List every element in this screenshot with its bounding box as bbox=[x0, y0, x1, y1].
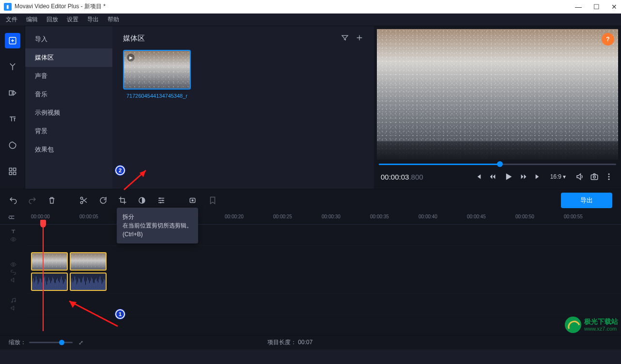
svg-rect-3 bbox=[13, 168, 16, 170]
menu-playback[interactable]: 回放 bbox=[47, 15, 58, 24]
tab-transitions-icon[interactable] bbox=[5, 85, 20, 101]
sidebar-item-sound[interactable]: 声音 bbox=[25, 67, 112, 85]
title-track[interactable] bbox=[26, 225, 621, 246]
prev-clip-button[interactable] bbox=[473, 171, 483, 182]
window-minimize-button[interactable]: — bbox=[575, 3, 582, 11]
ruler-tick: 00:00:00 bbox=[31, 214, 50, 219]
mute-icon[interactable] bbox=[10, 305, 16, 311]
menu-bar: 文件 编辑 回放 设置 导出 帮助 bbox=[0, 14, 621, 26]
next-clip-button[interactable] bbox=[533, 171, 543, 182]
window-maximize-button[interactable]: ☐ bbox=[593, 3, 600, 11]
crop-button[interactable] bbox=[118, 196, 127, 205]
svg-point-16 bbox=[159, 197, 161, 199]
media-panel-title: 媒体区 bbox=[123, 34, 145, 43]
window-close-button[interactable]: ✕ bbox=[611, 3, 617, 11]
add-media-icon[interactable] bbox=[356, 34, 363, 43]
link-icon[interactable] bbox=[10, 269, 16, 275]
tab-more-icon[interactable] bbox=[5, 164, 20, 179]
audio-clip-1[interactable] bbox=[31, 273, 68, 291]
media-clip[interactable]: ▶ 7172604544134745348_r bbox=[123, 50, 191, 99]
title-track-header[interactable] bbox=[0, 225, 26, 246]
svg-point-10 bbox=[608, 173, 610, 175]
sidebar-item-sample[interactable]: 示例视频 bbox=[25, 104, 112, 122]
rotate-button[interactable] bbox=[99, 196, 108, 205]
aspect-ratio-select[interactable]: 16:9 ▾ bbox=[550, 173, 566, 180]
project-length-label: 项目长度： bbox=[267, 339, 296, 346]
video-clip-1[interactable] bbox=[31, 252, 68, 271]
timeline-ruler[interactable]: 00:00:00 00:00:05 00:00:10 00:00:15 00:0… bbox=[0, 211, 621, 225]
audio-track-header[interactable] bbox=[0, 293, 26, 315]
media-clip-name: 7172604544134745348_r bbox=[123, 92, 191, 99]
play-badge-icon: ▶ bbox=[127, 54, 135, 61]
ruler-tick: 00:00:25 bbox=[273, 214, 292, 219]
svg-point-21 bbox=[12, 238, 14, 240]
menu-help[interactable]: 帮助 bbox=[108, 15, 119, 24]
snapshot-button[interactable] bbox=[589, 171, 600, 182]
svg-point-20 bbox=[191, 199, 194, 201]
app-logo-icon: ▮ bbox=[4, 3, 12, 11]
video-track[interactable] bbox=[26, 251, 621, 293]
export-button[interactable]: 导出 bbox=[561, 193, 612, 208]
menu-edit[interactable]: 编辑 bbox=[26, 15, 38, 24]
filter-icon[interactable] bbox=[341, 34, 349, 43]
annotation-badge-2: 2 bbox=[115, 166, 125, 175]
delete-button[interactable] bbox=[47, 196, 56, 205]
import-sidebar: 导入 媒体区 声音 音乐 示例视频 背景 效果包 bbox=[25, 26, 112, 189]
svg-point-11 bbox=[608, 176, 610, 178]
zoom-label: 缩放： bbox=[9, 338, 26, 347]
tab-titles-icon[interactable] bbox=[5, 111, 20, 127]
window-titlebar: ▮ Movavi Video Editor Plus - 新项目 * — ☐ ✕ bbox=[0, 0, 621, 14]
more-preview-button[interactable] bbox=[604, 171, 614, 182]
sidebar-item-music[interactable]: 音乐 bbox=[25, 85, 112, 104]
tab-import-icon[interactable] bbox=[5, 33, 20, 48]
audio-clip-2[interactable] bbox=[70, 273, 107, 291]
step-back-button[interactable] bbox=[487, 171, 498, 182]
svg-rect-1 bbox=[9, 91, 12, 95]
record-button[interactable] bbox=[189, 196, 198, 205]
svg-rect-8 bbox=[591, 175, 598, 180]
menu-file[interactable]: 文件 bbox=[6, 15, 17, 24]
undo-button[interactable] bbox=[9, 196, 17, 205]
menu-export[interactable]: 导出 bbox=[87, 15, 99, 24]
tab-stickers-icon[interactable] bbox=[5, 137, 20, 153]
menu-settings[interactable]: 设置 bbox=[67, 15, 78, 24]
preview-video[interactable] bbox=[377, 29, 618, 160]
play-button[interactable] bbox=[502, 170, 514, 183]
sidebar-item-import[interactable]: 导入 bbox=[25, 30, 112, 48]
svg-rect-5 bbox=[13, 172, 16, 175]
zoom-slider[interactable] bbox=[29, 342, 73, 343]
preview-panel: ? 00:00:03.800 16:9 ▾ bbox=[374, 26, 621, 189]
svg-point-9 bbox=[593, 176, 596, 179]
sidebar-item-media[interactable]: 媒体区 bbox=[25, 48, 112, 67]
project-length-value: 00:07 bbox=[298, 339, 312, 346]
video-track-header[interactable] bbox=[0, 251, 26, 293]
music-track[interactable] bbox=[26, 293, 621, 315]
svg-rect-4 bbox=[9, 172, 12, 175]
redo-button[interactable] bbox=[28, 196, 37, 205]
split-button[interactable] bbox=[79, 196, 88, 205]
preview-seekbar[interactable] bbox=[379, 163, 616, 166]
svg-point-18 bbox=[160, 202, 161, 203]
site-watermark: 极光下载站 www.xz7.com bbox=[565, 317, 618, 333]
tab-filters-icon[interactable] bbox=[5, 59, 20, 75]
step-forward-button[interactable] bbox=[518, 171, 529, 182]
ruler-tick: 00:00:40 bbox=[419, 214, 437, 219]
media-clip-thumbnail[interactable]: ▶ bbox=[123, 50, 191, 90]
sidebar-item-background[interactable]: 背景 bbox=[25, 122, 112, 140]
marker-button[interactable] bbox=[208, 196, 217, 205]
help-button[interactable]: ? bbox=[602, 33, 614, 46]
volume-button[interactable] bbox=[574, 171, 585, 182]
svg-point-12 bbox=[608, 179, 610, 180]
sidebar-item-effects[interactable]: 效果包 bbox=[25, 140, 112, 159]
video-clip-2[interactable] bbox=[70, 252, 107, 271]
clip-properties-button[interactable] bbox=[157, 196, 166, 205]
add-track-button[interactable] bbox=[8, 213, 16, 222]
color-adjust-button[interactable] bbox=[138, 196, 146, 205]
visibility-icon[interactable] bbox=[10, 236, 16, 243]
zoom-fit-icon[interactable]: ⤢ bbox=[78, 339, 83, 346]
mute-icon[interactable] bbox=[10, 277, 16, 283]
ruler-tick: 00:00:45 bbox=[467, 214, 486, 219]
visibility-icon[interactable] bbox=[10, 261, 16, 268]
media-panel: 媒体区 ▶ 7172604544134745348_r 2 bbox=[112, 26, 374, 189]
svg-marker-7 bbox=[140, 170, 146, 177]
